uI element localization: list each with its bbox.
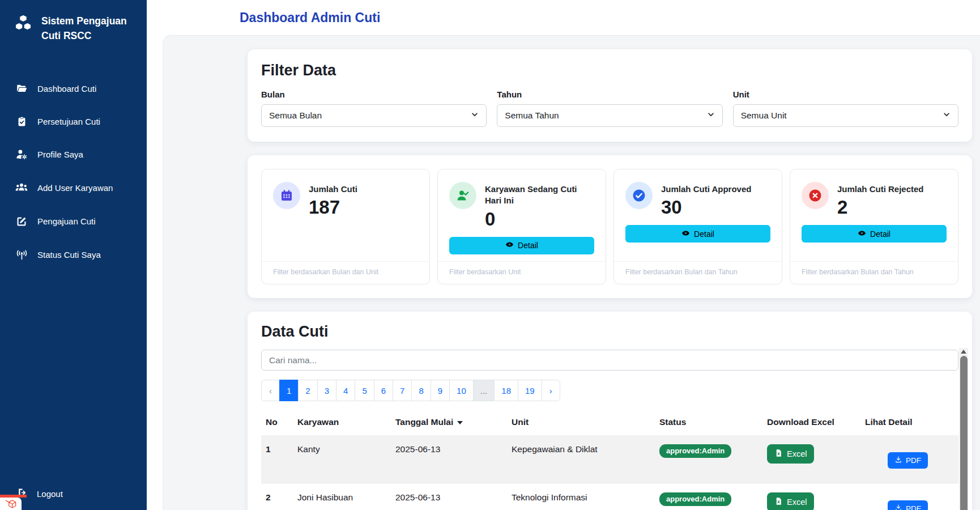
- pagination-page-18[interactable]: 18: [494, 380, 518, 401]
- pagination-page-4[interactable]: 4: [336, 380, 355, 401]
- stats-card: Jumlah Cuti 187 Filter berdasarkan Bulan…: [248, 155, 972, 298]
- cell-unit: Teknologi Informasi: [507, 483, 655, 510]
- pagination-page-9[interactable]: 9: [431, 380, 450, 401]
- pagination-page-3[interactable]: 3: [317, 380, 336, 401]
- circle-xmark-icon: [802, 182, 829, 209]
- cell-no: 2: [261, 483, 293, 510]
- pagination-ellipsis: ...: [473, 380, 495, 401]
- sidebar-item-persetujuan-cuti[interactable]: Persetujuan Cuti: [0, 105, 147, 138]
- col-download-excel[interactable]: Download Excel: [762, 414, 860, 435]
- table-scrollbar[interactable]: [959, 348, 968, 510]
- data-cuti-title: Data Cuti: [261, 323, 958, 341]
- main-area: Dashboard Admin Cuti Filter Data Bulan S…: [147, 0, 980, 510]
- user-gear-icon: [15, 148, 28, 160]
- excel-button[interactable]: Excel: [767, 492, 814, 510]
- sidebar-item-dashboard-cuti[interactable]: Dashboard Cuti: [0, 72, 147, 105]
- pagination-page-2[interactable]: 2: [298, 380, 317, 401]
- sidebar-item-label: Persetujuan Cuti: [37, 117, 100, 126]
- scrollbar-thumb[interactable]: [960, 356, 968, 510]
- folder-open-icon: [15, 83, 28, 95]
- scroll-up-arrow-icon[interactable]: [961, 350, 966, 354]
- col-unit[interactable]: Unit: [507, 414, 655, 435]
- stat-footer: Filter berdasarkan Bulan dan Tahun: [614, 261, 782, 284]
- col-no[interactable]: No: [261, 414, 293, 435]
- pagination-page-5[interactable]: 5: [355, 380, 374, 401]
- unit-select[interactable]: Semua Unit: [733, 104, 958, 127]
- eye-icon: [681, 229, 690, 239]
- page-title: Dashboard Admin Cuti: [240, 10, 380, 26]
- search-input[interactable]: [261, 350, 958, 371]
- detail-button-rejected[interactable]: Detail: [802, 225, 947, 243]
- chevron-down-icon: [707, 110, 715, 121]
- sidebar-item-label: Dashboard Cuti: [37, 84, 96, 94]
- status-badge: approved:Admin: [659, 444, 731, 458]
- tahun-select[interactable]: Semua Tahun: [497, 104, 722, 127]
- pdf-label: PDF: [906, 504, 921, 510]
- pagination-page-7[interactable]: 7: [393, 380, 412, 401]
- circle-check-icon: [625, 182, 653, 209]
- unit-select-value: Semua Unit: [741, 110, 787, 121]
- download-icon: [894, 504, 902, 510]
- logout-button[interactable]: Logout: [0, 481, 147, 507]
- sidebar: Sistem Pengajuan Cuti RSCC Dashboard Cut…: [0, 0, 147, 510]
- pdf-button[interactable]: PDF: [888, 452, 928, 469]
- cell-karyawan: Joni Hasibuan: [293, 483, 391, 510]
- pagination-page-8[interactable]: 8: [411, 380, 431, 401]
- pagination-next[interactable]: ›: [542, 380, 560, 401]
- pagination-page-1[interactable]: 1: [279, 380, 299, 401]
- bulan-select-value: Semua Bulan: [269, 110, 322, 121]
- eye-icon: [505, 240, 514, 250]
- stat-footer: Filter berdasarkan Unit: [438, 261, 606, 284]
- excel-label: Excel: [787, 498, 807, 507]
- stat-footer: Filter berdasarkan Bulan dan Tahun: [790, 261, 958, 284]
- data-cuti-card: Data Cuti ‹ 1 2 3 4 5 6 7 8 9 10 ... 18 …: [248, 312, 972, 510]
- download-icon: [894, 456, 902, 465]
- content-area: Filter Data Bulan Semua Bulan Tahun Semu…: [163, 35, 980, 510]
- sidebar-item-pengajuan-cuti[interactable]: Pengajuan Cuti: [0, 205, 147, 238]
- stat-label: Jumlah Cuti Approved: [661, 182, 751, 195]
- filter-title: Filter Data: [261, 62, 958, 79]
- cubes-icon: [14, 14, 33, 35]
- detail-button-approved[interactable]: Detail: [625, 225, 770, 243]
- filter-card: Filter Data Bulan Semua Bulan Tahun Semu…: [248, 49, 972, 142]
- laravel-logo-icon[interactable]: [0, 498, 22, 510]
- clipboard-check-icon: [15, 116, 28, 127]
- stat-value: 187: [309, 197, 357, 218]
- pagination-page-19[interactable]: 19: [518, 380, 542, 401]
- stat-label: Karyawan Sedang Cuti Hari Ini: [485, 182, 594, 207]
- cell-unit: Kepegawaian & Diklat: [507, 435, 655, 483]
- chevron-down-icon: [471, 110, 479, 121]
- file-excel-icon: [774, 497, 783, 507]
- sort-desc-icon: [457, 421, 463, 424]
- col-status[interactable]: Status: [655, 414, 762, 435]
- chevron-down-icon: [943, 110, 951, 121]
- col-tanggal-mulai[interactable]: Tanggal Mulai: [391, 414, 507, 435]
- pagination-prev[interactable]: ‹: [261, 380, 280, 401]
- users-icon: [15, 182, 28, 194]
- tahun-select-value: Semua Tahun: [505, 110, 559, 121]
- filter-field-unit: Unit Semua Unit: [733, 90, 958, 127]
- unit-label: Unit: [733, 90, 958, 99]
- detail-label: Detail: [694, 230, 714, 239]
- detail-label: Detail: [870, 230, 890, 239]
- sidebar-item-label: Pengajuan Cuti: [37, 216, 96, 226]
- top-header: Dashboard Admin Cuti: [147, 0, 980, 35]
- sidebar-item-status-cuti-saya[interactable]: Status Cuti Saya: [0, 238, 147, 271]
- stat-label: Jumlah Cuti Rejected: [837, 182, 924, 195]
- col-karyawan[interactable]: Karyawan: [293, 414, 391, 435]
- data-cuti-table: No Karyawan Tanggal Mulai Unit Status Do…: [261, 414, 958, 510]
- detail-button-sedang-cuti[interactable]: Detail: [449, 237, 594, 254]
- sidebar-item-profile-saya[interactable]: Profile Saya: [0, 138, 147, 171]
- pagination-page-10[interactable]: 10: [449, 380, 474, 401]
- col-lihat-detail[interactable]: Lihat Detail: [860, 414, 958, 435]
- sidebar-item-label: Profile Saya: [37, 150, 83, 159]
- bulan-select[interactable]: Semua Bulan: [261, 104, 487, 127]
- pagination: ‹ 1 2 3 4 5 6 7 8 9 10 ... 18 19 ›: [261, 380, 958, 401]
- detail-label: Detail: [518, 241, 538, 250]
- sidebar-item-add-user-karyawan[interactable]: Add User Karyawan: [0, 171, 147, 205]
- stat-value: 0: [485, 209, 594, 230]
- pagination-page-6[interactable]: 6: [374, 380, 393, 401]
- excel-button[interactable]: Excel: [767, 444, 814, 464]
- app-brand: Sistem Pengajuan Cuti RSCC: [0, 0, 147, 49]
- pdf-button[interactable]: PDF: [888, 500, 928, 510]
